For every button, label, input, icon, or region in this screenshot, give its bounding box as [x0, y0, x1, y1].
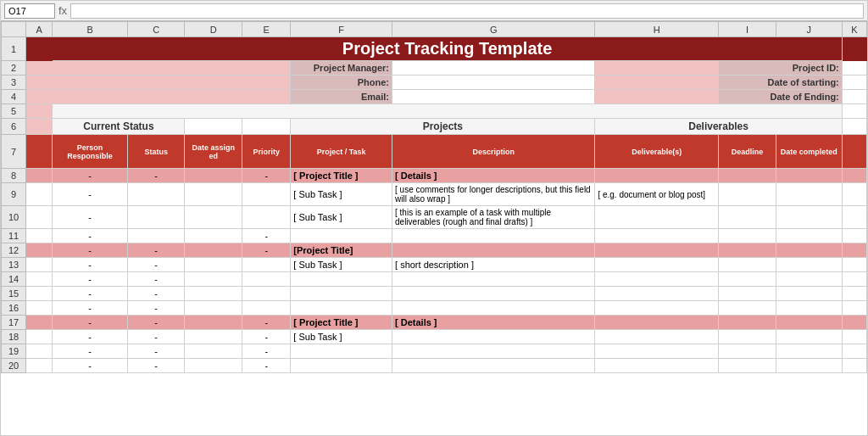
r18-task[interactable]: [ Sub Task ]: [291, 330, 392, 344]
r20-deliverable[interactable]: [595, 359, 719, 373]
r14-date[interactable]: [185, 272, 242, 287]
r15-deadline[interactable]: [719, 287, 776, 301]
col-e[interactable]: E: [242, 22, 291, 37]
r9-date[interactable]: [185, 183, 242, 206]
r20-priority[interactable]: -: [242, 359, 291, 373]
r8-person[interactable]: -: [53, 169, 127, 183]
r9-task[interactable]: [ Sub Task ]: [291, 183, 392, 206]
r13-status[interactable]: -: [127, 258, 185, 272]
r12-status[interactable]: -: [127, 243, 185, 258]
col-i[interactable]: I: [719, 22, 776, 37]
r17-desc[interactable]: [ Details ]: [392, 316, 595, 330]
r10-date[interactable]: [185, 206, 242, 229]
r14-completed[interactable]: [776, 272, 842, 287]
r9-person[interactable]: -: [53, 183, 127, 206]
r17-task[interactable]: [ Project Title ]: [291, 316, 392, 330]
r8-task[interactable]: [ Project Title ]: [291, 169, 392, 183]
r12-deadline[interactable]: [719, 243, 776, 258]
r13-completed[interactable]: [776, 258, 842, 272]
r11-completed[interactable]: [776, 229, 842, 243]
r14-deadline[interactable]: [719, 272, 776, 287]
r20-person[interactable]: -: [53, 359, 127, 373]
r17-priority[interactable]: -: [242, 316, 291, 330]
r8-priority[interactable]: -: [242, 169, 291, 183]
col-d[interactable]: D: [185, 22, 242, 37]
r8-completed[interactable]: [776, 169, 842, 183]
r15-deliverable[interactable]: [595, 287, 719, 301]
r16-person[interactable]: -: [53, 301, 127, 316]
col-a[interactable]: A: [26, 22, 53, 37]
col-f[interactable]: F: [291, 22, 392, 37]
r11-task[interactable]: [291, 229, 392, 243]
r13-priority[interactable]: [242, 258, 291, 272]
r16-deadline[interactable]: [719, 301, 776, 316]
r8-deliverable[interactable]: [595, 169, 719, 183]
r9-completed[interactable]: [776, 183, 842, 206]
email-value[interactable]: [392, 90, 595, 104]
r19-priority[interactable]: -: [242, 344, 291, 359]
r14-status[interactable]: -: [127, 272, 185, 287]
r9-deliverable[interactable]: [ e.g. document or blog post]: [595, 183, 719, 206]
r8-deadline[interactable]: [719, 169, 776, 183]
r10-person[interactable]: -: [53, 206, 127, 229]
r20-deadline[interactable]: [719, 359, 776, 373]
r19-completed[interactable]: [776, 344, 842, 359]
r16-status[interactable]: -: [127, 301, 185, 316]
r19-date[interactable]: [185, 344, 242, 359]
r9-status[interactable]: [127, 183, 185, 206]
r10-priority[interactable]: [242, 206, 291, 229]
r15-person[interactable]: -: [53, 287, 127, 301]
r13-person[interactable]: -: [53, 258, 127, 272]
r11-date[interactable]: [185, 229, 242, 243]
formula-input[interactable]: [70, 3, 864, 19]
r18-date[interactable]: [185, 330, 242, 344]
r11-desc[interactable]: [392, 229, 595, 243]
r10-deliverable[interactable]: [595, 206, 719, 229]
r11-deadline[interactable]: [719, 229, 776, 243]
r19-status[interactable]: -: [127, 344, 185, 359]
r17-person[interactable]: -: [53, 316, 127, 330]
r12-completed[interactable]: [776, 243, 842, 258]
col-b[interactable]: B: [53, 22, 127, 37]
r18-completed[interactable]: [776, 330, 842, 344]
r19-task[interactable]: [291, 344, 392, 359]
r16-priority[interactable]: [242, 301, 291, 316]
date-ending-value[interactable]: [842, 90, 866, 104]
col-g[interactable]: G: [392, 22, 595, 37]
r15-priority[interactable]: [242, 287, 291, 301]
col-h[interactable]: H: [595, 22, 719, 37]
r14-desc[interactable]: [392, 272, 595, 287]
r16-completed[interactable]: [776, 301, 842, 316]
r11-priority[interactable]: -: [242, 229, 291, 243]
r12-person[interactable]: -: [53, 243, 127, 258]
date-starting-value[interactable]: [842, 75, 866, 90]
r9-desc[interactable]: [ use comments for longer descriptions, …: [392, 183, 595, 206]
cell-reference-box[interactable]: [4, 3, 55, 19]
r9-priority[interactable]: [242, 183, 291, 206]
r18-desc[interactable]: [392, 330, 595, 344]
r10-task[interactable]: [ Sub Task ]: [291, 206, 392, 229]
r8-date[interactable]: [185, 169, 242, 183]
r8-status[interactable]: -: [127, 169, 185, 183]
col-c[interactable]: C: [127, 22, 185, 37]
r19-deliverable[interactable]: [595, 344, 719, 359]
phone-value[interactable]: [392, 75, 595, 90]
r13-task[interactable]: [ Sub Task ]: [291, 258, 392, 272]
r12-desc[interactable]: [392, 243, 595, 258]
r14-task[interactable]: [291, 272, 392, 287]
r19-desc[interactable]: [392, 344, 595, 359]
r16-deliverable[interactable]: [595, 301, 719, 316]
project-id-value[interactable]: [842, 61, 866, 75]
r10-desc[interactable]: [ this is an example of a task with mult…: [392, 206, 595, 229]
r20-date[interactable]: [185, 359, 242, 373]
r12-deliverable[interactable]: [595, 243, 719, 258]
r15-date[interactable]: [185, 287, 242, 301]
r10-status[interactable]: [127, 206, 185, 229]
r15-completed[interactable]: [776, 287, 842, 301]
r8-desc[interactable]: [ Details ]: [392, 169, 595, 183]
r15-desc[interactable]: [392, 287, 595, 301]
r11-person[interactable]: -: [53, 229, 127, 243]
r12-priority[interactable]: -: [242, 243, 291, 258]
r20-task[interactable]: [291, 359, 392, 373]
r15-status[interactable]: -: [127, 287, 185, 301]
